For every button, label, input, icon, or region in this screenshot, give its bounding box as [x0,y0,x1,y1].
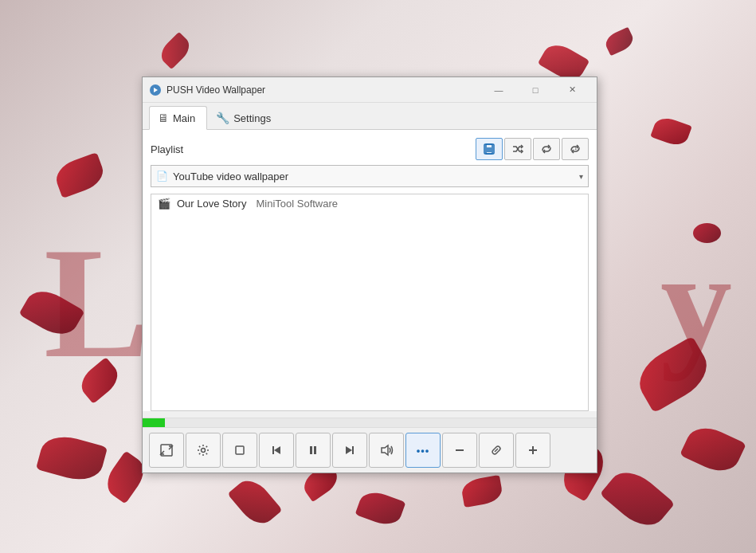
repeat-one-icon: 1 [569,143,582,155]
playlist-label: Playlist [151,143,183,155]
new-playlist-icon [483,143,496,155]
add-icon [527,444,539,457]
wrench-icon: 🔧 [216,112,229,124]
petal-4 [36,430,108,485]
petal-18 [603,27,637,57]
bottom-toolbar: ••• [143,427,597,473]
stop-icon [233,444,246,457]
petal-15 [355,488,406,530]
svg-rect-16 [352,446,354,454]
pause-icon [307,444,319,457]
more-button[interactable]: ••• [405,433,441,468]
petal-11 [600,462,676,535]
petal-1 [52,152,108,198]
playlist-dropdown-row: 📄 YouTube video wallpaper ▾ [151,165,589,187]
volume-icon [379,443,394,457]
svg-line-19 [495,449,498,452]
link-icon [489,443,503,457]
minimize-button[interactable]: — [480,78,517,102]
app-icon [149,84,162,96]
remove-button[interactable] [442,433,477,468]
settings-button[interactable] [186,433,221,468]
next-icon [343,444,356,457]
titlebar: PUSH Video Wallpaper — □ ✕ [143,77,597,103]
app-window: PUSH Video Wallpaper — □ ✕ 🖥 Main 🔧 Sett… [142,76,597,473]
more-dots-icon: ••• [417,445,430,457]
main-content: Playlist [143,130,597,411]
tab-settings-label: Settings [233,112,271,124]
svg-rect-12 [272,446,274,454]
expand-button[interactable] [149,433,184,468]
playlist-item-artist: MiniTool Software [256,198,338,210]
repeat-all-icon [540,143,553,155]
new-playlist-button[interactable] [476,138,503,160]
petal-9 [680,420,746,478]
playlist-select[interactable]: 📄 YouTube video wallpaper ▾ [151,165,589,187]
progress-bar [143,418,165,427]
expand-icon [159,443,174,457]
repeat-one-button[interactable]: 1 [562,138,589,160]
window-controls: — □ ✕ [480,78,590,102]
shuffle-button[interactable] [504,138,531,160]
playlist-items[interactable]: 🎬 Our Love Story MiniTool Software [151,194,589,411]
svg-rect-14 [314,446,316,454]
add-button[interactable] [515,433,550,468]
tab-bar: 🖥 Main 🔧 Settings [143,103,597,130]
shuffle-icon [511,143,524,155]
link-button[interactable] [479,433,514,468]
tab-settings[interactable]: 🔧 Settings [207,106,283,129]
prev-icon [270,444,283,457]
tab-main[interactable]: 🖥 Main [149,106,207,130]
list-item[interactable]: 🎬 Our Love Story MiniTool Software [151,194,588,213]
playlist-header: Playlist [151,138,589,160]
playlist-item-name: Our Love Story [177,198,246,210]
svg-point-9 [202,449,206,453]
gear-icon [196,443,210,457]
close-button[interactable]: ✕ [554,78,590,102]
petal-12 [460,475,504,508]
petal-13 [227,473,282,531]
repeat-all-button[interactable] [533,138,560,160]
petal-6 [650,114,692,149]
window-title: PUSH Video Wallpaper [166,84,480,96]
monitor-icon: 🖥 [158,112,169,124]
svg-rect-10 [236,446,244,454]
petal-16 [156,32,194,69]
petal-7 [693,223,721,243]
svg-marker-11 [274,446,280,454]
playlist-select-inner: 📄 YouTube video wallpaper ▾ [156,171,583,182]
stop-button[interactable] [222,433,257,468]
volume-button[interactable] [369,433,404,468]
playlist-select-file-icon: 📄 [156,171,168,182]
remove-icon [453,444,466,457]
prev-button[interactable] [259,433,294,468]
maximize-button[interactable]: □ [517,78,554,102]
svg-rect-13 [310,446,312,454]
video-item-icon: 🎬 [158,198,170,210]
tab-main-label: Main [173,112,195,124]
chevron-down-icon: ▾ [579,172,583,181]
svg-marker-17 [382,445,388,455]
next-button[interactable] [332,433,367,468]
svg-marker-15 [346,446,352,454]
playlist-toolbar: 1 [476,138,589,160]
progress-area[interactable] [143,418,597,427]
playlist-select-text: YouTube video wallpaper [173,171,574,182]
pause-button[interactable] [296,433,331,468]
